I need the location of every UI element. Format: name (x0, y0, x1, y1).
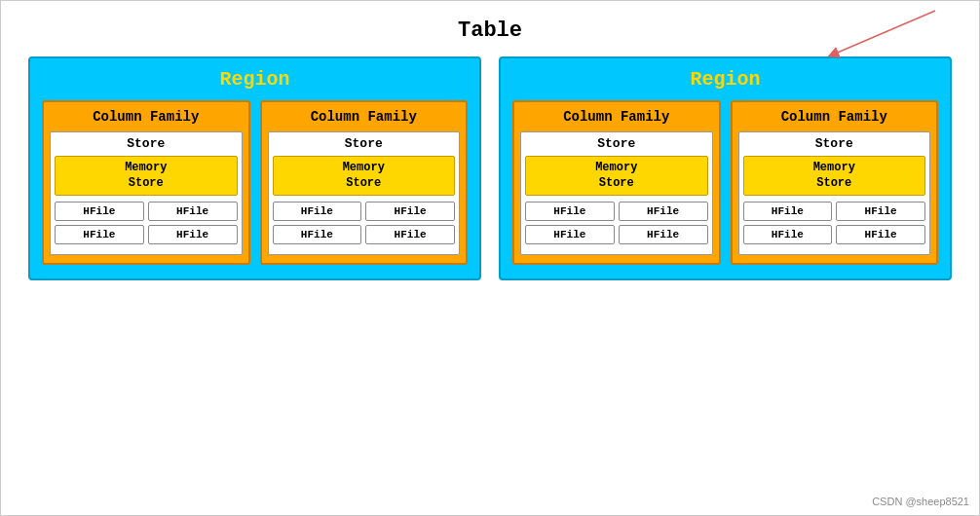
store-box-1-1: Store MemoryStore HFile HFile HFile HFil… (50, 131, 243, 255)
column-family-box-2-2: Column Family Store MemoryStore HFile HF… (731, 100, 939, 265)
hfile-2-1-1-2: HFile (619, 202, 708, 221)
hfile-2-2-1-2: HFile (836, 202, 925, 221)
hfile-row-1-1-2: HFile HFile (55, 225, 238, 244)
column-family-label-2-2: Column Family (738, 108, 931, 126)
hfile-row-1-2-1: HFile HFile (273, 202, 456, 221)
column-family-box-1-1: Column Family Store MemoryStore HFile HF… (42, 100, 250, 265)
hfile-row-1-2-2: HFile HFile (273, 225, 456, 244)
hfile-1-2-2-1: HFile (273, 225, 362, 244)
hfile-2-2-1-1: HFile (743, 202, 833, 221)
column-family-label-1-1: Column Family (50, 108, 243, 126)
store-box-2-1: Store MemoryStore HFile HFile HFile HFil… (520, 131, 713, 255)
column-families-1: Column Family Store MemoryStore HFile HF… (42, 100, 468, 265)
memory-store-1-1: MemoryStore (55, 156, 238, 196)
memory-store-1-2: MemoryStore (273, 156, 456, 196)
hfile-1-1-2-2: HFile (148, 225, 238, 244)
hfile-2-2-2-1: HFile (743, 225, 833, 244)
watermark: CSDN @sheep8521 (872, 496, 969, 507)
page-container: Table Region Column Family Store MemoryS… (0, 0, 980, 516)
region-box-2: Region Column Family Store MemoryStore H… (499, 56, 952, 280)
column-family-label-1-2: Column Family (268, 108, 461, 126)
region-label-2: Region (512, 68, 938, 91)
hfile-1-1-1-2: HFile (148, 202, 238, 221)
region-label-1: Region (42, 68, 468, 91)
memory-store-2-2: MemoryStore (743, 156, 926, 196)
hfile-1-1-2-1: HFile (55, 225, 144, 244)
hfile-1-2-1-2: HFile (365, 202, 455, 221)
hfile-2-2-2-2: HFile (836, 225, 925, 244)
svg-line-0 (833, 11, 935, 55)
store-box-1-2: Store MemoryStore HFile HFile HFile HFil… (268, 131, 461, 255)
hfile-row-2-1-1: HFile HFile (525, 202, 708, 221)
arrow-icon (813, 6, 940, 59)
hfile-row-2-2-1: HFile HFile (743, 202, 926, 221)
hfile-row-1-1-1: HFile HFile (55, 202, 238, 221)
hfile-2-1-1-1: HFile (525, 202, 615, 221)
region-box-1: Region Column Family Store MemoryStore H… (28, 56, 481, 280)
column-family-box-2-1: Column Family Store MemoryStore HFile HF… (512, 100, 721, 265)
store-label-2-2: Store (743, 136, 926, 151)
memory-store-2-1: MemoryStore (525, 156, 708, 196)
hfile-1-1-1-1: HFile (55, 202, 144, 221)
column-family-label-2-1: Column Family (520, 108, 713, 126)
regions-container: Region Column Family Store MemoryStore H… (1, 56, 979, 280)
store-label-2-1: Store (525, 136, 708, 151)
hfile-2-1-2-1: HFile (525, 225, 615, 244)
hfile-1-2-1-1: HFile (273, 202, 362, 221)
column-family-box-1-2: Column Family Store MemoryStore HFile HF… (260, 100, 469, 265)
hfile-row-2-1-2: HFile HFile (525, 225, 708, 244)
column-families-2: Column Family Store MemoryStore HFile HF… (512, 100, 938, 265)
store-box-2-2: Store MemoryStore HFile HFile HFile HFil… (738, 131, 931, 255)
store-label-1-1: Store (55, 136, 238, 151)
store-label-1-2: Store (273, 136, 456, 151)
hfile-1-2-2-2: HFile (365, 225, 455, 244)
hfile-2-1-2-2: HFile (619, 225, 708, 244)
hfile-row-2-2-2: HFile HFile (743, 225, 926, 244)
